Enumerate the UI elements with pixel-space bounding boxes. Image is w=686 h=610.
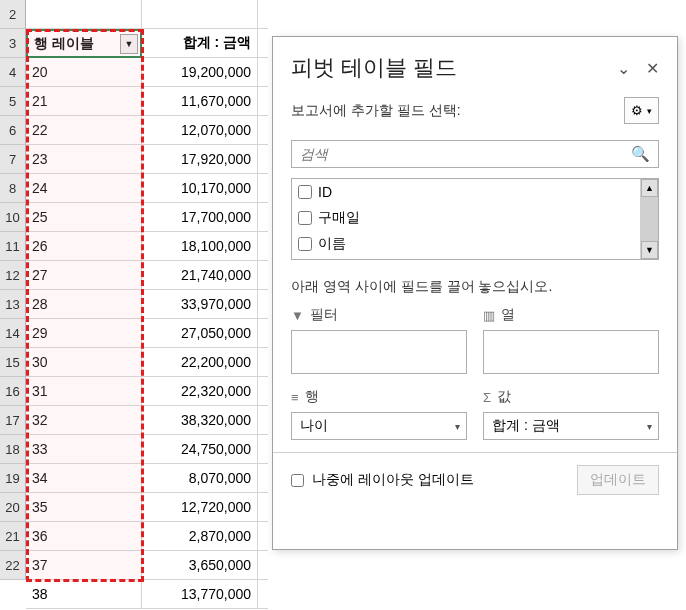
scroll-down-icon[interactable]: ▼ <box>641 241 658 259</box>
cell[interactable]: 27 <box>26 261 142 290</box>
row-header[interactable]: 3 <box>0 29 26 58</box>
cell[interactable]: 38,320,000 <box>142 406 258 435</box>
pivot-header: 피벗 테이블 필드 ⌄ ✕ <box>273 37 677 91</box>
cell[interactable]: 34 <box>26 464 142 493</box>
cell[interactable]: 8,070,000 <box>142 464 258 493</box>
cell[interactable]: 3,650,000 <box>142 551 258 580</box>
cell[interactable]: 23 <box>26 145 142 174</box>
row-header[interactable]: 8 <box>0 174 26 203</box>
collapse-icon[interactable]: ⌄ <box>617 59 630 78</box>
row-header[interactable]: 6 <box>0 116 26 145</box>
row-header[interactable]: 4 <box>0 58 26 87</box>
search-input[interactable] <box>300 146 631 162</box>
cell[interactable]: 35 <box>26 493 142 522</box>
scroll-up-icon[interactable]: ▲ <box>641 179 658 197</box>
row-header[interactable]: 20 <box>0 493 26 522</box>
row-header[interactable]: 11 <box>0 232 26 261</box>
row-header[interactable]: 12 <box>0 261 26 290</box>
row-header[interactable]: 18 <box>0 435 26 464</box>
row-field-pill[interactable]: 나이 ▾ <box>291 412 467 440</box>
row-header[interactable]: 22 <box>0 551 26 580</box>
update-button[interactable]: 업데이트 <box>577 465 659 495</box>
column-area[interactable]: ▥열 <box>483 306 659 374</box>
field-checkbox[interactable] <box>298 185 312 199</box>
value-header-cell[interactable]: 합계 : 금액 <box>142 29 258 58</box>
cell[interactable]: 18,100,000 <box>142 232 258 261</box>
cell[interactable]: 17,920,000 <box>142 145 258 174</box>
row-header[interactable]: 17 <box>0 406 26 435</box>
row-header[interactable]: 5 <box>0 87 26 116</box>
field-item[interactable]: 구매일 <box>292 205 658 231</box>
defer-layout-checkbox[interactable]: 나중에 레이아웃 업데이트 <box>291 471 577 489</box>
pivot-footer: 나중에 레이아웃 업데이트 업데이트 <box>273 452 677 507</box>
drag-instruction: 아래 영역 사이에 필드를 끌어 놓으십시오. <box>273 260 677 306</box>
cell[interactable]: 21,740,000 <box>142 261 258 290</box>
scroll-thumb[interactable] <box>641 197 658 241</box>
cell[interactable]: 22 <box>26 116 142 145</box>
column-dropzone[interactable] <box>483 330 659 374</box>
cell[interactable]: 2,870,000 <box>142 522 258 551</box>
cell[interactable]: 36 <box>26 522 142 551</box>
row-label-header-cell[interactable]: 행 레이블 ▼ <box>26 29 142 58</box>
row-header[interactable]: 21 <box>0 522 26 551</box>
field-item[interactable]: 이름 <box>292 231 658 257</box>
row-header[interactable]: 15 <box>0 348 26 377</box>
row-header[interactable]: 14 <box>0 319 26 348</box>
value-field-pill[interactable]: 합계 : 금액 ▾ <box>483 412 659 440</box>
cell[interactable]: 31 <box>26 377 142 406</box>
cell[interactable]: 19,200,000 <box>142 58 258 87</box>
cell[interactable]: 33,970,000 <box>142 290 258 319</box>
cell[interactable]: 25 <box>26 203 142 232</box>
cell[interactable]: 12,720,000 <box>142 493 258 522</box>
cell[interactable]: 17,700,000 <box>142 203 258 232</box>
search-box[interactable]: 🔍 <box>291 140 659 168</box>
cell[interactable]: 28 <box>26 290 142 319</box>
chevron-down-icon: ▾ <box>647 106 652 116</box>
chevron-down-icon[interactable]: ▾ <box>455 421 460 432</box>
cell[interactable]: 24,750,000 <box>142 435 258 464</box>
cell[interactable]: 38 <box>26 580 142 609</box>
cell[interactable]: 20 <box>26 58 142 87</box>
cell[interactable]: 24 <box>26 174 142 203</box>
filter-area[interactable]: ▼필터 <box>291 306 467 374</box>
cell[interactable]: 32 <box>26 406 142 435</box>
pivot-subtitle: 보고서에 추가할 필드 선택: <box>291 102 624 120</box>
row-pill-label: 나이 <box>300 417 328 435</box>
cell[interactable]: 29 <box>26 319 142 348</box>
cell[interactable]: 27,050,000 <box>142 319 258 348</box>
row-area[interactable]: ≡행 나이 ▾ <box>291 388 467 440</box>
cell[interactable]: 33 <box>26 435 142 464</box>
cell[interactable]: 26 <box>26 232 142 261</box>
cell[interactable]: 30 <box>26 348 142 377</box>
row-icon: ≡ <box>291 390 299 405</box>
gear-button[interactable]: ⚙▾ <box>624 97 659 124</box>
cell[interactable] <box>26 0 142 29</box>
row-header[interactable]: 19 <box>0 464 26 493</box>
filter-dropdown-icon[interactable]: ▼ <box>120 34 138 54</box>
row-header[interactable]: 13 <box>0 290 26 319</box>
row-header[interactable]: 7 <box>0 145 26 174</box>
field-checkbox[interactable] <box>298 211 312 225</box>
field-scrollbar[interactable]: ▲ ▼ <box>640 179 658 259</box>
row-header[interactable]: 10 <box>0 203 26 232</box>
row-header[interactable]: 2 <box>0 0 26 29</box>
filter-dropzone[interactable] <box>291 330 467 374</box>
cell[interactable]: 11,670,000 <box>142 87 258 116</box>
row-header[interactable]: 16 <box>0 377 26 406</box>
cell[interactable]: 10,170,000 <box>142 174 258 203</box>
value-area[interactable]: Σ값 합계 : 금액 ▾ <box>483 388 659 440</box>
field-item[interactable]: ID <box>292 179 658 205</box>
cell[interactable]: 12,070,000 <box>142 116 258 145</box>
gear-icon: ⚙ <box>631 103 643 118</box>
cell[interactable]: 13,770,000 <box>142 580 258 609</box>
defer-checkbox[interactable] <box>291 474 304 487</box>
cell[interactable]: 22,320,000 <box>142 377 258 406</box>
close-icon[interactable]: ✕ <box>646 59 659 78</box>
cell[interactable]: 22,200,000 <box>142 348 258 377</box>
cell[interactable] <box>142 0 258 29</box>
chevron-down-icon[interactable]: ▾ <box>647 421 652 432</box>
cell[interactable]: 37 <box>26 551 142 580</box>
cell[interactable]: 21 <box>26 87 142 116</box>
field-checkbox[interactable] <box>298 237 312 251</box>
row-label-header-text: 행 레이블 <box>34 35 94 53</box>
